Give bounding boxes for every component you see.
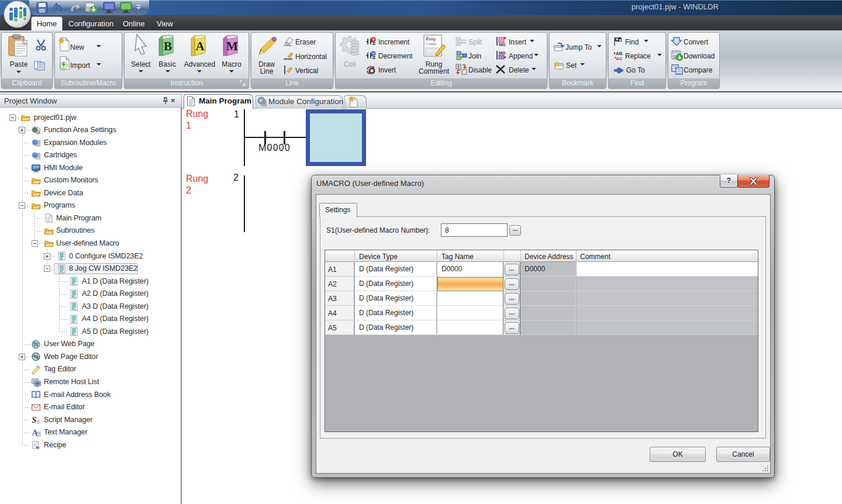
- svg-text:Rung: Rung: [425, 36, 436, 42]
- svg-text:A: A: [195, 39, 205, 53]
- svg-text:HIO: HIO: [499, 43, 506, 47]
- svg-text:AB: AB: [616, 51, 623, 56]
- svg-text:S: S: [32, 416, 37, 424]
- svg-text:AC: AC: [616, 56, 623, 61]
- svg-text:Comm: Comm: [426, 42, 436, 46]
- svg-text:B: B: [164, 39, 172, 53]
- svg-text:M: M: [226, 39, 238, 53]
- svg-text:HIO: HIO: [499, 51, 506, 55]
